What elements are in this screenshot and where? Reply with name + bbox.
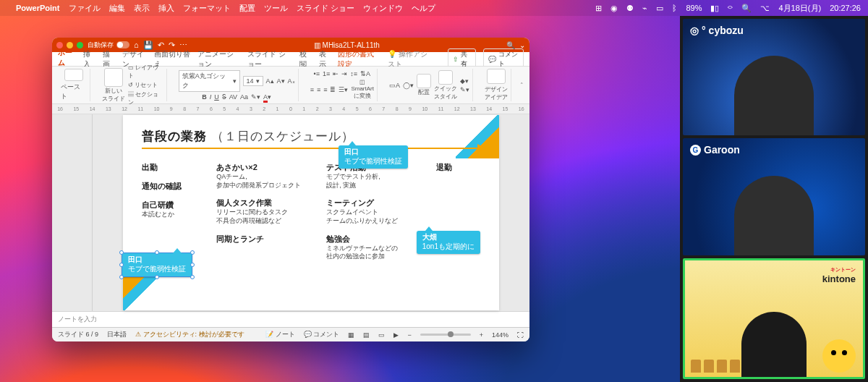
video-tile-garoon[interactable]: G Garoon (683, 138, 865, 255)
align-center-icon[interactable]: ≡ (317, 86, 320, 93)
callout-ohata[interactable]: 大畑 1on1も定期的に (417, 231, 480, 254)
clear-format-icon[interactable]: Aₓ (288, 77, 295, 85)
quick-styles-icon[interactable] (438, 70, 453, 85)
font-color-icon[interactable]: A▾ (263, 93, 271, 101)
smartart-icon[interactable]: ◫ (359, 79, 365, 85)
fullscreen-icon[interactable] (77, 42, 83, 48)
underline-icon[interactable]: U (214, 93, 219, 101)
layout-button[interactable]: ▭ レイアウト (128, 64, 163, 80)
numbering-icon[interactable]: 1≡ (323, 70, 330, 77)
ruler-mark: 6 (210, 106, 213, 111)
menubar-time[interactable]: 20:27:26 (830, 4, 861, 12)
zoom-in-icon[interactable]: + (480, 331, 483, 339)
status-camera-icon[interactable]: ⌁ (642, 4, 647, 13)
columns-icon[interactable]: ☰▾ (339, 86, 348, 93)
control-center-icon[interactable]: ⌥ (760, 4, 770, 13)
notes-toggle[interactable]: 📝 ノート (265, 330, 295, 339)
font-name-select[interactable]: 筑紫A丸ゴシック ▾ (179, 70, 240, 92)
battery-icon[interactable]: ▮▯ (710, 4, 719, 13)
callout-taguchi-top[interactable]: 田口 モブで脆弱性検証 (339, 145, 408, 169)
textbox-icon[interactable]: ▭A (389, 82, 400, 89)
callout-taguchi-selected[interactable]: 田口 モブで脆弱性検証 (122, 252, 192, 277)
resize-handle[interactable] (119, 263, 124, 267)
fit-to-window-icon[interactable]: ⛶ (517, 331, 524, 339)
toggle-switch-icon[interactable] (116, 41, 129, 48)
resize-handle[interactable] (155, 250, 159, 255)
bullets-icon[interactable]: •≡ (314, 70, 320, 77)
indent-increase-icon[interactable]: ⇥ (341, 70, 347, 77)
shapes-icon[interactable]: ◯▾ (403, 82, 414, 89)
shape-outline-icon[interactable]: ✎▾ (460, 86, 469, 93)
kintone-trophies-icon (691, 360, 740, 373)
resize-handle[interactable] (190, 250, 195, 255)
ribbon-group-drawing: ▭A ◯▾ 配置 クイック スタイル ◆▾ ✎▾ (386, 69, 473, 101)
highlight-icon[interactable]: ✎▾ (251, 93, 260, 101)
designer-icon[interactable] (487, 69, 506, 84)
bluetooth-icon[interactable]: ᛒ (672, 4, 677, 12)
line-spacing-icon[interactable]: ↕≡ (350, 70, 357, 77)
video-tile-cybozu[interactable]: ◎ °cybozu (683, 19, 865, 135)
slide-canvas-area[interactable]: 普段の業務 （１日のスケジュール） 田口 モブで脆弱性検証 出勤 通知の確認 自… (93, 114, 529, 311)
collapse-ribbon-icon[interactable]: ˄ (520, 82, 524, 89)
app-name[interactable]: PowerPoint (16, 4, 60, 12)
resize-handle[interactable] (190, 263, 195, 267)
wifi-icon[interactable]: ⌔ (728, 4, 733, 12)
font-size-select[interactable]: 14 ▾ (243, 76, 263, 86)
italic-icon[interactable]: I (210, 93, 212, 101)
notes-pane[interactable]: ノートを入力 (52, 311, 529, 327)
strikethrough-icon[interactable]: S̶ (222, 93, 226, 101)
menubar-date[interactable]: 4月18日(月) (778, 3, 821, 14)
arrange-icon[interactable] (417, 74, 431, 88)
slide-thumbnail-rail[interactable] (52, 114, 93, 311)
menu-format[interactable]: フォーマット (183, 3, 231, 14)
zoom-out-icon[interactable]: − (407, 331, 411, 339)
accessibility-status[interactable]: ⚠ アクセシビリティ: 検討が必要です (135, 330, 244, 339)
shrink-font-icon[interactable]: A▾ (277, 77, 285, 85)
menu-slideshow[interactable]: スライド ショー (297, 3, 354, 14)
spotlight-icon[interactable]: 🔍 (741, 4, 752, 13)
reading-view-icon[interactable]: ▭ (378, 331, 385, 339)
slide-counter[interactable]: スライド 6 / 9 (58, 330, 98, 339)
text-direction-icon[interactable]: ⇅A (360, 70, 370, 77)
normal-view-icon[interactable]: ▦ (348, 331, 354, 339)
shadow-icon[interactable]: AV (229, 93, 237, 101)
paste-icon[interactable] (64, 69, 83, 81)
justify-icon[interactable]: ≣ (330, 86, 336, 93)
grow-font-icon[interactable]: A▴ (266, 77, 274, 85)
menu-window[interactable]: ウィンドウ (363, 3, 403, 14)
menu-tools[interactable]: ツール (264, 3, 288, 14)
menu-file[interactable]: ファイル (69, 3, 101, 14)
slideshow-view-icon[interactable]: ▶ (393, 331, 399, 339)
resize-handle[interactable] (119, 250, 124, 255)
align-right-icon[interactable]: ≡ (323, 86, 327, 93)
shape-fill-icon[interactable]: ◆▾ (460, 77, 469, 85)
menu-edit[interactable]: 編集 (109, 3, 125, 14)
menu-insert[interactable]: 挿入 (158, 3, 174, 14)
indent-decrease-icon[interactable]: ⇤ (333, 70, 339, 77)
language-status[interactable]: 日本語 (107, 330, 127, 339)
battery-percent[interactable]: 89% (686, 4, 702, 12)
search-icon[interactable]: 🔍 (506, 41, 515, 49)
status-monitor-icon[interactable]: ▭ (656, 4, 663, 13)
align-left-icon[interactable]: ≡ (310, 86, 314, 93)
comments-toggle[interactable]: 💬 コメント (304, 330, 340, 339)
menu-arrange[interactable]: 配置 (239, 3, 255, 14)
bold-icon[interactable]: B (202, 93, 207, 101)
resize-handle[interactable] (119, 275, 124, 279)
zoom-percent[interactable]: 144% (492, 331, 509, 339)
zoom-slider[interactable] (420, 334, 471, 336)
reset-button[interactable]: ↺ リセット (128, 81, 163, 89)
status-extra-icon[interactable]: ⊞ (595, 4, 602, 13)
resize-handle[interactable] (155, 275, 159, 279)
titlebar-chevron-icon[interactable]: ⌄ (519, 41, 525, 49)
new-slide-icon[interactable] (104, 68, 123, 87)
sorter-view-icon[interactable]: ▤ (363, 331, 370, 339)
spacing-icon[interactable]: Aa (240, 93, 248, 101)
resize-handle[interactable] (190, 275, 195, 279)
status-user-icon[interactable]: ⚉ (626, 4, 634, 13)
slide[interactable]: 普段の業務 （１日のスケジュール） 田口 モブで脆弱性検証 出勤 通知の確認 自… (123, 115, 499, 310)
menu-help[interactable]: ヘルプ (412, 3, 435, 14)
video-tile-kintone-active[interactable]: キントーン kintone (683, 258, 865, 379)
menu-view[interactable]: 表示 (134, 3, 150, 14)
status-record-icon[interactable]: ◉ (610, 4, 618, 13)
